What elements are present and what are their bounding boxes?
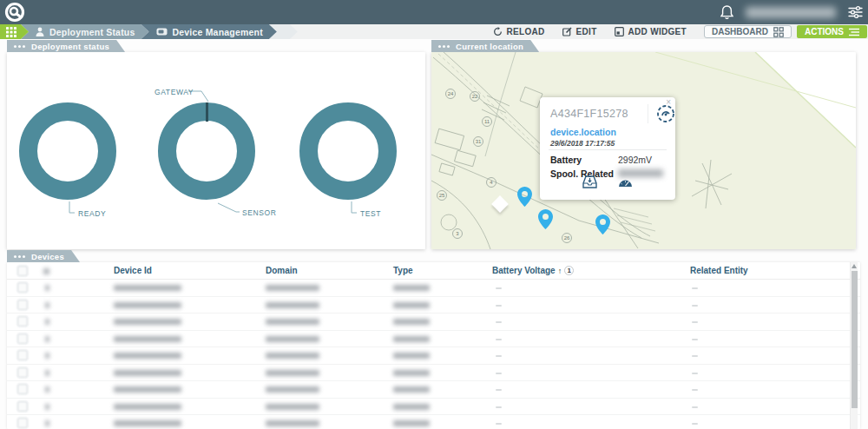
scrollbar-thumb[interactable] <box>852 271 858 408</box>
battery-label: Battery <box>550 155 618 165</box>
devices-widget-tab[interactable]: Devices <box>7 250 80 262</box>
device-id-redacted <box>114 420 181 426</box>
scroll-up-icon[interactable] <box>852 264 857 268</box>
map-pin-selected[interactable] <box>595 214 610 234</box>
row-checkbox[interactable] <box>17 350 28 360</box>
donut-chart-ready[interactable] <box>19 102 116 200</box>
breadcrumb-device-management[interactable]: Device Management <box>141 24 277 39</box>
donut-chart-test[interactable] <box>299 102 397 200</box>
table-row[interactable] <box>7 314 860 331</box>
row-checkbox[interactable] <box>17 384 28 394</box>
device-location-link[interactable]: device.location <box>550 127 616 137</box>
reload-label: RELOAD <box>507 27 545 36</box>
battery-voltage-empty <box>496 305 502 307</box>
map-parcel-label: 25 <box>439 193 445 198</box>
row-checkbox[interactable] <box>17 316 28 327</box>
current-location-widget-tab[interactable]: Current location <box>431 40 539 52</box>
add-widget-button[interactable]: ADD WIDGET <box>615 27 687 36</box>
battery-value: 2992mV <box>618 155 652 165</box>
popup-action-buttons <box>540 175 675 192</box>
device-id-redacted <box>114 386 181 393</box>
table-row[interactable] <box>7 280 860 297</box>
sort-ascending-icon: ↑ <box>558 267 562 275</box>
device-id-redacted <box>114 404 181 410</box>
table-row[interactable] <box>7 365 860 382</box>
devices-table-header: Device Id Domain Type Battery Voltage ↑ … <box>7 262 860 280</box>
devices-table-body <box>7 280 860 429</box>
table-row[interactable] <box>7 347 860 365</box>
column-header-related-entity[interactable]: Related Entity <box>690 266 748 275</box>
dashboard-grid-icon <box>773 27 784 37</box>
actions-button[interactable]: ACTIONS <box>797 25 867 38</box>
map-pin[interactable] <box>517 187 532 207</box>
map-parcel-label: 11 <box>484 119 490 124</box>
gauge-icon[interactable] <box>618 175 633 192</box>
map-parcel-label: 26 <box>564 235 570 241</box>
deployment-status-widget: GATEWAY READY SENSOR TEST <box>7 52 425 249</box>
username-redacted[interactable] <box>746 7 836 18</box>
widget-title: Current location <box>456 42 523 51</box>
edit-label: EDIT <box>576 27 597 36</box>
select-all-checkbox[interactable] <box>17 266 28 276</box>
type-redacted <box>393 370 430 376</box>
related-entity-empty <box>692 305 698 307</box>
table-scrollbar[interactable] <box>850 262 858 429</box>
row-number-redacted <box>45 353 49 359</box>
deployment-status-widget-tab[interactable]: Deployment status <box>7 40 125 52</box>
tab-drag-dots-icon <box>14 45 25 48</box>
row-number-redacted <box>45 285 49 291</box>
top-navbar <box>0 0 868 24</box>
notifications-bell-icon[interactable] <box>720 5 733 20</box>
row-checkbox[interactable] <box>17 367 28 378</box>
domain-redacted <box>266 302 319 308</box>
dashboard-button[interactable]: DASHBOARD <box>704 25 792 38</box>
sort-order-badge: 1 <box>564 266 574 275</box>
row-checkbox[interactable] <box>17 401 28 412</box>
chart-label-ready: READY <box>78 209 106 218</box>
domain-redacted <box>266 336 319 342</box>
reload-button[interactable]: RELOAD <box>493 27 545 36</box>
column-header-device-id[interactable]: Device Id <box>114 266 152 275</box>
device-popup: × A434F1F15278 device.location 29/6/2018… <box>540 97 675 200</box>
row-checkbox[interactable] <box>17 282 28 293</box>
table-row[interactable] <box>7 399 860 416</box>
device-id-redacted <box>114 285 181 291</box>
inbox-download-icon[interactable] <box>582 175 597 192</box>
related-entity-empty <box>692 287 698 289</box>
actions-menu-icon <box>849 28 859 36</box>
settings-sliders-icon[interactable] <box>848 5 863 19</box>
table-row[interactable] <box>7 415 860 429</box>
breadcrumb-label: Deployment Status <box>49 27 135 37</box>
locate-target-icon[interactable] <box>648 104 667 123</box>
related-entity-empty <box>692 355 698 357</box>
donut-gateway-segment[interactable] <box>206 102 208 122</box>
type-redacted <box>393 420 430 426</box>
row-checkbox[interactable] <box>17 333 28 344</box>
row-number-redacted <box>45 420 49 426</box>
breadcrumb-label: Device Management <box>173 27 263 37</box>
tab-drag-dots-icon <box>438 45 450 48</box>
popup-device-id: A434F1F15278 <box>550 108 628 120</box>
domain-redacted <box>266 404 319 410</box>
row-checkbox[interactable] <box>17 418 28 428</box>
column-header-domain[interactable]: Domain <box>266 266 298 275</box>
row-checkbox[interactable] <box>17 300 28 310</box>
table-row[interactable] <box>7 331 860 348</box>
device-id-redacted <box>114 353 181 359</box>
map-pin[interactable] <box>538 209 553 229</box>
battery-voltage-empty <box>496 423 502 425</box>
column-header-battery-voltage[interactable]: Battery Voltage ↑ 1 <box>492 266 574 275</box>
row-number-redacted <box>45 386 49 393</box>
type-redacted <box>393 319 430 325</box>
current-location-widget: 24221131254326 × A434F1F15278 dev <box>431 52 856 249</box>
table-row[interactable] <box>7 381 860 399</box>
domain-redacted <box>266 319 319 325</box>
column-header-type[interactable]: Type <box>393 266 413 275</box>
breadcrumb-deployment-status[interactable]: Deployment Status <box>21 24 149 39</box>
domain-redacted <box>266 353 319 359</box>
type-redacted <box>393 302 430 308</box>
table-row[interactable] <box>7 297 860 314</box>
edit-button[interactable]: EDIT <box>562 27 597 36</box>
map-parcel-label: 22 <box>472 94 478 99</box>
device-icon <box>156 28 168 36</box>
